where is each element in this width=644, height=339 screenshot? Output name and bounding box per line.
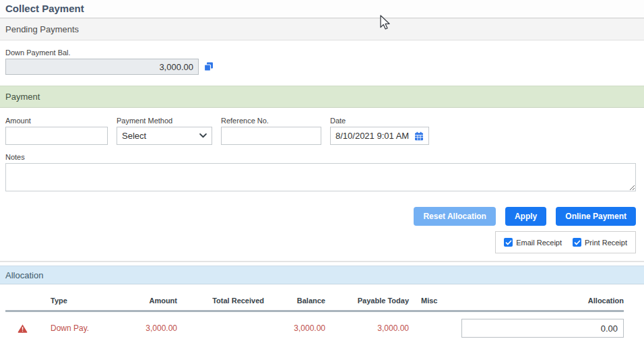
- column-header-payable-today: Payable Today: [325, 297, 409, 305]
- payment-method-selected-value: Select: [122, 131, 146, 141]
- payment-method-label: Payment Method: [117, 117, 212, 125]
- notes-block: Notes: [0, 153, 644, 194]
- column-header-type: Type: [51, 297, 118, 305]
- column-header-amount: Amount: [118, 297, 177, 305]
- checkbox-checked-icon: [504, 238, 513, 247]
- column-header-balance: Balance: [264, 297, 325, 305]
- receipt-options-box: Email Receipt Print Receipt: [495, 231, 636, 253]
- print-receipt-label: Print Receipt: [585, 239, 627, 247]
- allocation-header-label: Allocation: [5, 270, 43, 280]
- allocation-header: Allocation: [0, 266, 644, 284]
- row-amount: 3,000.00: [118, 323, 177, 333]
- notes-label: Notes: [5, 153, 636, 161]
- email-receipt-label: Email Receipt: [516, 239, 562, 247]
- page-title: Collect Payment: [5, 3, 639, 14]
- calendar-icon[interactable]: [414, 131, 424, 141]
- row-balance: 3,000.00: [264, 323, 325, 333]
- actions-row: Reset Allocation Apply Online Payment: [0, 207, 644, 226]
- payment-header: Payment: [0, 86, 644, 108]
- collect-payment-screen: Collect Payment Pending Payments Down Pa…: [0, 0, 644, 339]
- reset-allocation-button[interactable]: Reset Allocation: [414, 207, 496, 226]
- receipt-options-row: Email Receipt Print Receipt: [0, 231, 644, 253]
- print-receipt-checkbox[interactable]: Print Receipt: [573, 238, 627, 247]
- copy-icon[interactable]: [203, 61, 214, 72]
- reference-no-label: Reference No.: [221, 117, 321, 125]
- payment-fields-row: Amount Payment Method Select Reference N…: [0, 117, 644, 145]
- payment-header-label: Payment: [5, 92, 40, 102]
- column-header-misc: Misc: [409, 297, 461, 305]
- email-receipt-checkbox[interactable]: Email Receipt: [504, 238, 562, 247]
- chevron-down-icon: [199, 133, 207, 138]
- checkbox-checked-icon: [573, 238, 581, 247]
- down-payment-balance-label: Down Payment Bal.: [5, 49, 636, 57]
- row-type: Down Pay.: [51, 323, 118, 333]
- column-header-total-received: Total Received: [177, 297, 264, 305]
- pending-payments-body: Down Payment Bal.: [0, 40, 644, 86]
- allocation-table: Type Amount Total Received Balance Payab…: [0, 284, 644, 339]
- allocation-amount-input[interactable]: [461, 319, 624, 338]
- pending-payments-header: Pending Payments: [0, 18, 644, 40]
- column-header-allocation: Allocation: [461, 297, 624, 305]
- down-payment-balance-field[interactable]: [5, 59, 199, 75]
- payment-method-select[interactable]: Select: [117, 127, 212, 145]
- reference-no-input[interactable]: [221, 127, 321, 145]
- amount-label: Amount: [5, 117, 108, 125]
- amount-input[interactable]: [5, 127, 108, 145]
- online-payment-button[interactable]: Online Payment: [556, 207, 636, 226]
- date-field: [330, 127, 429, 145]
- notes-textarea[interactable]: [5, 163, 636, 191]
- row-payable-today: 3,000.00: [325, 323, 409, 333]
- date-label: Date: [330, 117, 429, 125]
- table-row: Down Pay. 3,000.00 3,000.00 3,000.00: [5, 312, 624, 339]
- pending-payments-header-label: Pending Payments: [5, 24, 79, 34]
- allocation-table-header: Type Amount Total Received Balance Payab…: [5, 284, 624, 310]
- section-divider: [0, 261, 644, 262]
- date-input[interactable]: [335, 131, 414, 141]
- warning-icon: [5, 324, 51, 333]
- apply-button[interactable]: Apply: [505, 207, 546, 226]
- title-bar: Collect Payment: [0, 0, 644, 18]
